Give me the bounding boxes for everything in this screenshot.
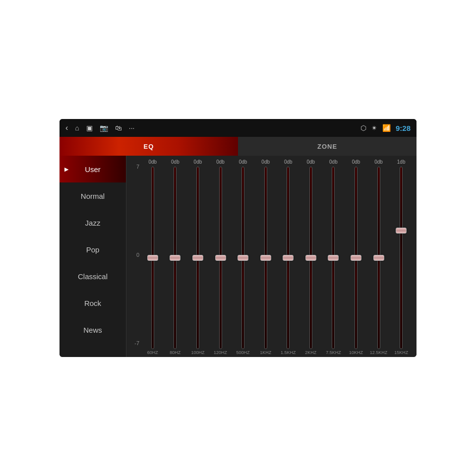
slider-track-container-7[interactable] (299, 167, 322, 349)
freq-label-2: 100HZ (191, 350, 204, 355)
eq-sliders: 0db60HZ0db80HZ0db100HZ0db120HZ0db500HZ0d… (141, 159, 413, 355)
slider-col-120HZ: 0db120HZ (209, 159, 232, 355)
status-bar-right: ⬡ ✴ 📶 9:28 (360, 124, 411, 132)
slider-track-container-5[interactable] (254, 167, 277, 349)
sidebar-item-rock[interactable]: Rock (60, 290, 126, 316)
main-content: User Normal Jazz Pop Classical Rock News (60, 156, 416, 357)
freq-label-9: 10KHZ (349, 350, 363, 355)
eq-panel: 7 0 -7 0db60HZ0db80HZ0db100HZ0db120HZ0db… (126, 156, 416, 357)
slider-handle-0[interactable] (147, 255, 158, 261)
cast-icon: ⬡ (360, 124, 366, 132)
slider-track-4 (241, 167, 244, 349)
status-bar-left: ‹ ⌂ ▣ 📷 🛍 ··· (65, 123, 134, 132)
slider-handle-1[interactable] (170, 255, 180, 261)
sidebar: User Normal Jazz Pop Classical Rock News (60, 156, 126, 357)
sidebar-item-user[interactable]: User (60, 156, 126, 182)
freq-label-10: 12.5KHZ (370, 350, 388, 355)
freq-label-1: 80HZ (170, 350, 180, 355)
slider-handle-3[interactable] (215, 255, 226, 261)
slider-handle-10[interactable] (373, 255, 384, 261)
slider-track-7 (309, 167, 312, 349)
db-label-4: 0db (239, 159, 247, 166)
scale-middle: 0 (136, 252, 139, 258)
slider-handle-8[interactable] (328, 255, 339, 261)
slider-track-container-6[interactable] (277, 167, 299, 349)
db-label-0: 0db (148, 159, 157, 166)
status-bar: ‹ ⌂ ▣ 📷 🛍 ··· ⬡ ✴ 📶 9:28 (60, 119, 416, 137)
camera-icon[interactable]: 📷 (100, 124, 108, 132)
slider-track-9 (355, 167, 357, 349)
slider-col-80HZ: 0db80HZ (164, 159, 187, 355)
eq-container: 7 0 -7 0db60HZ0db80HZ0db100HZ0db120HZ0db… (130, 159, 413, 355)
sidebar-item-news[interactable]: News (60, 316, 126, 343)
freq-label-3: 120HZ (214, 350, 227, 355)
freq-label-6: 1.5KHZ (281, 350, 296, 355)
slider-track-0 (151, 167, 154, 349)
freq-label-4: 500HZ (237, 350, 250, 355)
db-label-7: 0db (306, 159, 315, 166)
slider-col-12.5KHZ: 0db12.5KHZ (367, 159, 390, 355)
slider-col-1KHZ: 0db1KHZ (254, 159, 277, 355)
slider-handle-9[interactable] (351, 255, 361, 261)
db-label-10: 0db (374, 159, 383, 166)
slider-handle-11[interactable] (396, 228, 407, 234)
slider-track-11 (400, 167, 403, 349)
back-icon[interactable]: ‹ (65, 123, 68, 132)
freq-label-5: 1KHZ (260, 350, 271, 355)
device-frame: ‹ ⌂ ▣ 📷 🛍 ··· ⬡ ✴ 📶 9:28 EQ ZONE User (60, 119, 416, 357)
slider-track-container-1[interactable] (164, 167, 187, 349)
window-icon[interactable]: ▣ (86, 124, 93, 132)
slider-col-500HZ: 0db500HZ (232, 159, 254, 355)
sidebar-item-pop[interactable]: Pop (60, 236, 126, 263)
slider-col-15KHZ: 1db15KHZ (390, 159, 413, 355)
sidebar-item-jazz[interactable]: Jazz (60, 209, 126, 236)
db-label-2: 0db (194, 159, 202, 166)
db-label-8: 0db (329, 159, 338, 166)
tab-eq[interactable]: EQ (60, 137, 238, 156)
sidebar-item-normal[interactable]: Normal (60, 182, 126, 209)
more-icon[interactable]: ··· (129, 124, 135, 132)
slider-handle-7[interactable] (305, 255, 316, 261)
db-label-9: 0db (352, 159, 360, 166)
slider-col-1.5KHZ: 0db1.5KHZ (277, 159, 299, 355)
slider-col-100HZ: 0db100HZ (186, 159, 209, 355)
slider-track-container-4[interactable] (232, 167, 254, 349)
slider-col-10KHZ: 0db10KHZ (345, 159, 367, 355)
scale-bottom: -7 (134, 340, 139, 346)
tab-bar: EQ ZONE (60, 137, 416, 156)
slider-handle-2[interactable] (192, 255, 203, 261)
eq-scale: 7 0 -7 (130, 159, 141, 355)
freq-label-0: 60HZ (147, 350, 158, 355)
slider-track-container-8[interactable] (322, 167, 345, 349)
db-label-3: 0db (216, 159, 225, 166)
slider-track-1 (174, 167, 177, 349)
slider-col-60HZ: 0db60HZ (141, 159, 164, 355)
slider-handle-5[interactable] (260, 255, 271, 261)
home-icon[interactable]: ⌂ (75, 124, 79, 132)
freq-label-11: 15KHZ (394, 350, 408, 355)
scale-top: 7 (136, 164, 139, 170)
slider-track-container-0[interactable] (141, 167, 164, 349)
slider-track-container-2[interactable] (186, 167, 209, 349)
slider-col-7.5KHZ: 0db7.5KHZ (322, 159, 345, 355)
slider-handle-6[interactable] (283, 255, 294, 261)
slider-track-container-11[interactable] (390, 167, 413, 349)
db-label-5: 0db (261, 159, 270, 166)
slider-track-8 (332, 167, 335, 349)
slider-track-10 (377, 167, 380, 349)
clock: 9:28 (396, 124, 411, 132)
slider-track-container-9[interactable] (345, 167, 367, 349)
slider-track-3 (219, 167, 222, 349)
db-label-6: 0db (284, 159, 293, 166)
slider-track-2 (196, 167, 199, 349)
slider-track-container-3[interactable] (209, 167, 232, 349)
bluetooth-icon: ✴ (371, 124, 377, 132)
bag-icon[interactable]: 🛍 (115, 124, 122, 132)
freq-label-7: 2KHZ (305, 350, 316, 355)
slider-track-container-10[interactable] (367, 167, 390, 349)
wifi-icon: 📶 (382, 124, 391, 132)
slider-handle-4[interactable] (238, 255, 248, 261)
slider-col-2KHZ: 0db2KHZ (299, 159, 322, 355)
tab-zone[interactable]: ZONE (238, 137, 416, 156)
sidebar-item-classical[interactable]: Classical (60, 263, 126, 290)
